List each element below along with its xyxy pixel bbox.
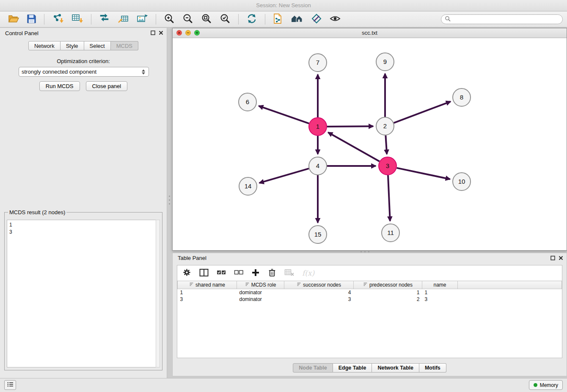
import-network-file-button[interactable]: [51, 12, 65, 26]
unselect-all-columns-button[interactable]: [233, 268, 244, 279]
delete-columns-button[interactable]: [267, 267, 277, 279]
toolbar-separator: [91, 14, 91, 25]
cell-name[interactable]: 1: [422, 289, 458, 296]
zoom-out-button[interactable]: [182, 12, 194, 26]
delete-table-button[interactable]: [284, 268, 295, 279]
cell-mcds-role[interactable]: dominator: [237, 296, 284, 303]
open-session-button[interactable]: [7, 13, 20, 26]
run-mcds-button[interactable]: Run MCDS: [39, 81, 80, 91]
select-all-columns-button[interactable]: [216, 268, 227, 279]
zoom-in-button[interactable]: [163, 12, 176, 26]
column-header-name[interactable]: name: [422, 281, 458, 289]
node-15[interactable]: 15: [309, 226, 327, 243]
network-canvas[interactable]: 7968124314101511: [173, 38, 567, 250]
vertical-splitter[interactable]: [168, 196, 170, 207]
function-builder-button[interactable]: f(x): [301, 268, 315, 278]
edge-3-11[interactable]: [388, 175, 390, 221]
tab-mcds[interactable]: MCDS: [111, 41, 138, 50]
node-10[interactable]: 10: [453, 173, 471, 190]
edge-2-3[interactable]: [385, 135, 387, 154]
table-row[interactable]: 3 dominator 3 2 3: [178, 296, 562, 303]
node-8[interactable]: 8: [453, 88, 471, 106]
column-header-successor-nodes[interactable]: successor nodes: [284, 281, 354, 289]
svg-text:14: 14: [245, 182, 252, 190]
tab-node-table[interactable]: Node Table: [293, 363, 333, 373]
first-neighbors-button[interactable]: [290, 13, 304, 26]
cell-predecessor-nodes[interactable]: 2: [354, 296, 422, 303]
table-options-button[interactable]: [182, 267, 192, 279]
tab-select[interactable]: Select: [84, 41, 111, 50]
cell-successor-nodes[interactable]: 4: [284, 289, 354, 296]
node-2[interactable]: 2: [376, 117, 394, 135]
cell-name[interactable]: 3: [422, 296, 458, 303]
cell-successor-nodes[interactable]: 3: [284, 296, 354, 303]
zoom-window-button[interactable]: [194, 30, 200, 36]
save-session-button[interactable]: [26, 13, 37, 26]
edge-3-1[interactable]: [328, 133, 379, 162]
node-14[interactable]: 14: [239, 177, 257, 195]
tab-network-table[interactable]: Network Table: [372, 363, 419, 373]
clone-style-button[interactable]: [272, 12, 284, 26]
search-input[interactable]: [453, 16, 559, 23]
import-table-file-button[interactable]: [71, 12, 84, 26]
memory-button[interactable]: Memory: [529, 380, 563, 390]
tab-style[interactable]: Style: [61, 41, 84, 50]
criterion-dropdown[interactable]: strongly connected component: [19, 67, 149, 77]
node-3[interactable]: 3: [379, 157, 396, 175]
result-scrollbar[interactable]: [156, 220, 160, 367]
zoom-selected-button[interactable]: [219, 12, 231, 26]
show-graphics-details-button[interactable]: [329, 12, 341, 26]
edge-1-6[interactable]: [259, 106, 309, 124]
new-network-button[interactable]: [98, 12, 111, 26]
close-control-panel-button[interactable]: [159, 30, 163, 36]
apply-style-button[interactable]: [310, 12, 323, 26]
column-header-shared-name[interactable]: shared name: [178, 281, 237, 289]
cell-shared-name[interactable]: 1: [178, 289, 237, 296]
float-table-panel-button[interactable]: [550, 255, 555, 262]
column-sort-icon: [189, 282, 194, 288]
node-7[interactable]: 7: [309, 54, 327, 72]
tab-network[interactable]: Network: [28, 41, 61, 50]
export-image-button[interactable]: [136, 12, 149, 26]
main-toolbar: [0, 11, 567, 28]
cell-shared-name[interactable]: 3: [178, 296, 237, 303]
column-header-mcds-role[interactable]: MCDS role: [237, 281, 284, 289]
show-columns-button[interactable]: [198, 268, 209, 279]
tab-motifs[interactable]: Motifs: [419, 363, 446, 373]
table-header-row: shared name MCDS role successor nodes pr…: [178, 281, 562, 289]
search-box[interactable]: [441, 14, 563, 24]
edge-4-14[interactable]: [259, 168, 309, 183]
mcds-result-list[interactable]: 1 3: [7, 220, 156, 367]
close-mcds-panel-button[interactable]: Close panel: [86, 81, 128, 91]
node-1[interactable]: 1: [309, 118, 327, 135]
new-network-from-table-button[interactable]: [117, 12, 130, 26]
edge-2-8[interactable]: [394, 102, 451, 123]
node-6[interactable]: 6: [239, 93, 256, 111]
table-row[interactable]: 1 dominator 4 1 1: [178, 289, 562, 296]
minimize-window-button[interactable]: [185, 30, 191, 36]
tab-edge-table[interactable]: Edge Table: [333, 363, 372, 373]
open-folder-icon: [8, 14, 19, 25]
edge-1-2[interactable]: [327, 126, 373, 127]
column-header-predecessor-nodes[interactable]: predecessor nodes: [354, 281, 422, 289]
cell-predecessor-nodes[interactable]: 1: [354, 289, 422, 296]
eye-icon: [330, 13, 341, 25]
refresh-icon: [246, 13, 257, 25]
create-column-button[interactable]: [250, 268, 261, 279]
close-window-button[interactable]: [176, 30, 182, 36]
float-panel-button[interactable]: [151, 30, 155, 36]
horizontal-splitter[interactable]: [361, 251, 372, 252]
node-4[interactable]: 4: [309, 157, 327, 175]
node-11[interactable]: 11: [382, 224, 399, 242]
close-table-panel-button[interactable]: [559, 255, 563, 262]
network-window-titlebar[interactable]: scc.txt: [173, 28, 567, 38]
refresh-view-button[interactable]: [245, 12, 258, 26]
column-label: MCDS role: [251, 282, 276, 288]
cell-mcds-role[interactable]: dominator: [237, 289, 284, 296]
edge-3-10[interactable]: [397, 168, 450, 179]
node-9[interactable]: 9: [376, 53, 394, 71]
float-window-icon: [550, 255, 555, 262]
optimization-criterion-label: Optimization criterion:: [0, 58, 167, 64]
zoom-fit-button[interactable]: [200, 12, 213, 26]
task-history-button[interactable]: [4, 380, 16, 390]
